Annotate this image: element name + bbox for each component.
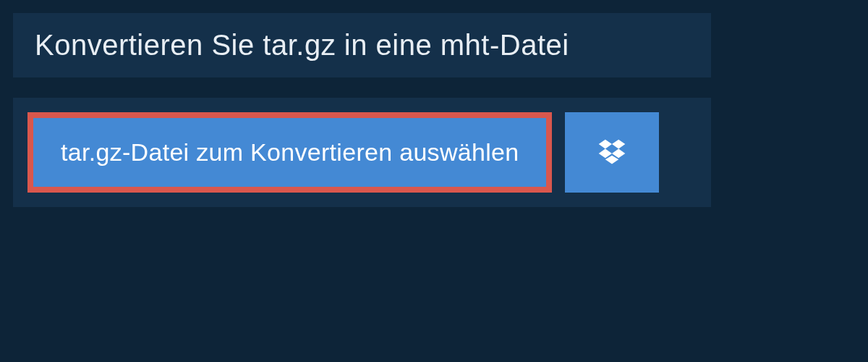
dropbox-button[interactable] <box>565 112 659 193</box>
dropbox-icon <box>596 137 628 169</box>
select-file-label: tar.gz-Datei zum Konvertieren auswählen <box>61 138 519 167</box>
upload-panel: tar.gz-Datei zum Konvertieren auswählen <box>13 98 711 207</box>
select-file-button[interactable]: tar.gz-Datei zum Konvertieren auswählen <box>33 118 546 187</box>
page-title: Konvertieren Sie tar.gz in eine mht-Date… <box>35 29 689 62</box>
select-file-highlight: tar.gz-Datei zum Konvertieren auswählen <box>27 112 552 193</box>
header-bar: Konvertieren Sie tar.gz in eine mht-Date… <box>13 13 711 77</box>
